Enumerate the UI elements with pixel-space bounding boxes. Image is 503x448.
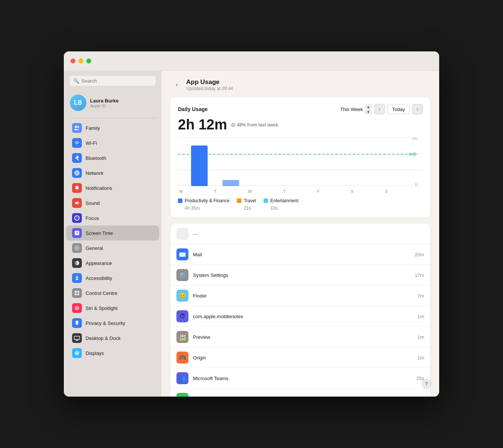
sidebar-item-privacy-label: Privacy & Security xyxy=(86,320,125,326)
app-name: Finder xyxy=(193,293,417,299)
chart-svg: 6h 3h 0 avg xyxy=(178,137,423,186)
panel-header: ‹ App Usage Updated today at 09:44 xyxy=(161,71,439,97)
sidebar-item-appearance[interactable]: Appearance xyxy=(66,256,159,271)
chart-card: Daily Usage This Week ▲ ▼ ‹ xyxy=(170,97,430,218)
sidebar-item-sound-label: Sound xyxy=(86,200,100,206)
app-name: Mail xyxy=(193,252,415,257)
search-box[interactable]: 🔍 xyxy=(69,75,156,86)
user-section[interactable]: LB Laura Burke Apple ID xyxy=(64,92,161,116)
svg-point-5 xyxy=(76,247,78,249)
svg-point-0 xyxy=(75,126,77,128)
sidebar-item-network[interactable]: Network xyxy=(66,165,159,180)
app-time: 20m xyxy=(415,252,424,257)
sidebar-item-wifi-label: Wi-Fi xyxy=(86,140,97,146)
legend-dot xyxy=(237,198,241,203)
legend-label-row: Travel xyxy=(237,198,256,203)
sidebar-item-family[interactable]: Family xyxy=(66,120,159,135)
screentime-icon xyxy=(72,228,82,238)
svg-point-1 xyxy=(77,126,79,128)
maximize-button[interactable] xyxy=(86,59,91,63)
app-icon: 🖼️ xyxy=(176,331,188,343)
legend-label-row: Productivity & Finance xyxy=(178,198,229,203)
week-selector: This Week ▲ ▼ xyxy=(340,104,372,114)
sidebar-item-focus[interactable]: Focus xyxy=(66,210,159,226)
legend-time: 21s xyxy=(237,206,251,211)
controlcentre-icon xyxy=(72,288,82,298)
app-icon: 🗺️ xyxy=(176,393,188,397)
panel-subtitle: Updated today at 09:44 xyxy=(186,86,233,91)
app-name: com.apple.mobilenotes xyxy=(193,314,417,319)
svg-rect-10 xyxy=(75,293,77,295)
app-row[interactable]: 🗺️ Maps 21s xyxy=(170,389,430,397)
legend-label: Travel xyxy=(244,198,256,203)
app-row[interactable]: 😊 Finder 7m xyxy=(170,286,430,306)
today-button[interactable]: Today xyxy=(387,105,410,114)
sidebar-item-controlcentre-label: Control Centre xyxy=(86,290,117,296)
svg-rect-27 xyxy=(223,180,239,186)
sidebar-item-notifications[interactable]: Notifications xyxy=(66,180,159,195)
family-icon xyxy=(72,123,82,133)
sidebar-item-displays[interactable]: Displays xyxy=(66,346,159,361)
app-list-card: — ✉️ Mail 20m ⚙️ System Settings 17m 😊 F… xyxy=(170,224,430,397)
chart-x-labels: M T W T F S S _ xyxy=(178,189,423,194)
notifications-icon xyxy=(72,183,82,193)
usage-compare: ⊙ 48% from last week xyxy=(231,122,279,128)
siri-icon xyxy=(72,303,82,313)
svg-rect-11 xyxy=(77,293,79,295)
app-time: 7m xyxy=(417,293,424,299)
prev-week-button[interactable]: ‹ xyxy=(374,104,385,114)
sidebar-item-general[interactable]: General xyxy=(66,241,159,256)
sidebar-item-sound[interactable]: Sound xyxy=(66,195,159,210)
next-week-button[interactable]: › xyxy=(412,104,423,114)
usage-time-row: 2h 12m ⊙ 48% from last week xyxy=(178,117,423,133)
app-row[interactable]: ✉️ Mail 20m xyxy=(170,244,430,265)
sidebar-item-desktop-label: Desktop & Dock xyxy=(86,335,120,341)
sidebar-item-bluetooth[interactable]: Bluetooth xyxy=(66,150,159,165)
displays-icon xyxy=(72,348,82,358)
app-rows: ✉️ Mail 20m ⚙️ System Settings 17m 😊 Fin… xyxy=(170,244,430,397)
sidebar-items: FamilyWi-FiBluetoothNetworkNotifications… xyxy=(64,120,161,361)
user-info: Laura Burke Apple ID xyxy=(90,98,119,108)
legend-dot xyxy=(264,198,268,203)
week-stepper-down[interactable]: ▼ xyxy=(364,110,372,114)
sidebar-item-controlcentre[interactable]: Control Centre xyxy=(66,286,159,301)
close-button[interactable] xyxy=(71,59,75,63)
legend-label: Entertainment xyxy=(270,198,298,203)
app-row[interactable]: ⚙️ System Settings 17m xyxy=(170,265,430,286)
app-row[interactable]: 👥 Microsoft Teams 25s xyxy=(170,368,430,389)
legend-item: Entertainment 10s xyxy=(264,198,298,211)
sidebar-item-accessibility[interactable]: Accessibility xyxy=(66,271,159,286)
divider-1 xyxy=(69,118,156,118)
legend-item: Productivity & Finance 4h 35m xyxy=(178,198,229,211)
wifi-icon xyxy=(72,138,82,148)
sidebar: 🔍 LB Laura Burke Apple ID FamilyWi-FiBlu… xyxy=(64,71,161,397)
usage-time-value: 2h 12m xyxy=(178,117,227,133)
app-icon: ⚙️ xyxy=(176,269,188,281)
chart-header: Daily Usage This Week ▲ ▼ ‹ xyxy=(178,104,423,114)
legend-dot xyxy=(178,198,182,203)
network-icon xyxy=(72,168,82,178)
sidebar-item-desktop[interactable]: Desktop & Dock xyxy=(66,331,159,346)
app-row[interactable]: 🖼️ Preview 1m xyxy=(170,327,430,347)
legend-time: 4h 35m xyxy=(178,206,200,211)
help-button[interactable]: ? xyxy=(421,379,432,389)
sidebar-item-wifi[interactable]: Wi-Fi xyxy=(66,135,159,150)
sidebar-item-privacy[interactable]: Privacy & Security xyxy=(66,316,159,331)
app-row[interactable]: ⏱ com.apple.mobilenotes 1m xyxy=(170,306,430,327)
week-stepper-up[interactable]: ▲ xyxy=(364,104,372,109)
search-input[interactable] xyxy=(81,78,152,84)
svg-rect-26 xyxy=(191,146,208,186)
svg-point-7 xyxy=(77,276,78,277)
sidebar-item-screentime[interactable]: Screen Time xyxy=(66,226,159,241)
legend-time: 10s xyxy=(264,206,277,211)
chart-area: 6h 3h 0 avg xyxy=(178,137,423,186)
app-row[interactable]: 🎮 Origin 1m xyxy=(170,347,430,368)
user-name: Laura Burke xyxy=(90,98,119,104)
minimize-button[interactable] xyxy=(78,59,83,63)
app-name: Origin xyxy=(193,355,417,361)
partial-app-icon xyxy=(176,228,188,240)
back-button[interactable]: ‹ xyxy=(172,80,182,90)
main-panel: ‹ App Usage Updated today at 09:44 Daily… xyxy=(161,71,439,397)
sidebar-item-focus-label: Focus xyxy=(86,215,99,221)
sidebar-item-siri[interactable]: Siri & Spotlight xyxy=(66,301,159,316)
